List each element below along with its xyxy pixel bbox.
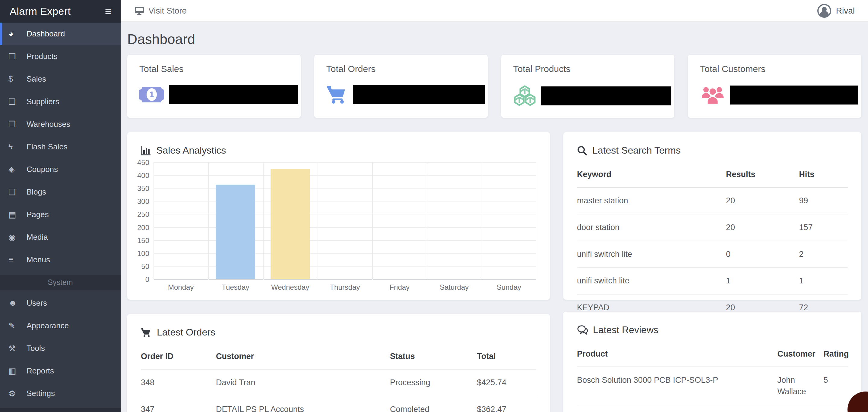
hamburger-icon[interactable]: ≡ bbox=[105, 6, 112, 17]
bar-wednesday bbox=[271, 169, 310, 279]
orders-table: Order IDCustomerStatusTotal348David Tran… bbox=[141, 345, 536, 412]
chart-gridline bbox=[154, 162, 536, 163]
redacted-value bbox=[730, 85, 858, 104]
chart-vertical-gridline bbox=[263, 163, 264, 279]
y-tick-label: 250 bbox=[137, 210, 149, 219]
table-cell: DETAIL PS PL Accounts bbox=[216, 404, 390, 412]
x-tick-label: Thursday bbox=[318, 283, 372, 291]
warehouses-icon: ❐ bbox=[8, 119, 22, 129]
cart-icon bbox=[326, 85, 348, 104]
sidebar-item-settings[interactable]: ⚙ Settings bbox=[0, 382, 121, 405]
sidebar-section-system: System bbox=[0, 275, 121, 290]
chart-gridline bbox=[154, 227, 536, 228]
table-row: 347DETAIL PS PL AccountsCompleted$362.47 bbox=[141, 396, 536, 412]
sidebar-item-users[interactable]: ☻ Users bbox=[0, 292, 121, 314]
table-cell: $425.74 bbox=[477, 377, 536, 388]
chart-gridline bbox=[154, 214, 536, 214]
table-row: master station2099 bbox=[577, 187, 848, 214]
chart-gridline bbox=[154, 175, 536, 176]
table-cell: 347 bbox=[141, 404, 216, 412]
blogs-icon: ❏ bbox=[8, 187, 22, 197]
brand-title: Alarm Expert bbox=[10, 5, 71, 17]
money-bill-icon: 1 bbox=[140, 87, 164, 102]
column-header: Customer bbox=[216, 352, 390, 361]
stats-row: Total Sales 1 Total Orders bbox=[127, 55, 861, 118]
sidebar-item-flash-sales[interactable]: ϟ Flash Sales bbox=[0, 136, 121, 158]
stat-label: Total Products bbox=[513, 64, 675, 74]
sidebar-item-menus[interactable]: ≡ Menus bbox=[0, 248, 121, 271]
table-cell: 99 bbox=[799, 195, 848, 207]
chart-axis-line bbox=[154, 279, 536, 279]
sidebar-item-blogs[interactable]: ❏ Blogs bbox=[0, 181, 121, 203]
table-cell: 348 bbox=[141, 377, 216, 388]
latest-search-terms-panel: Latest Search Terms KeywordResultsHitsma… bbox=[563, 132, 861, 300]
sidebar-bottom-strip bbox=[0, 408, 121, 412]
appearance-icon: ✎ bbox=[8, 321, 22, 331]
table-cell: master station bbox=[577, 195, 726, 207]
sidebar-item-products[interactable]: ❒ Products bbox=[0, 45, 121, 68]
y-tick-label: 400 bbox=[137, 171, 149, 180]
chart-vertical-gridline bbox=[482, 163, 482, 279]
y-tick-label: 450 bbox=[137, 159, 149, 167]
panel-title-text: Sales Analystics bbox=[156, 145, 226, 156]
table-cell: unifi switrch lite bbox=[577, 249, 726, 260]
chart-vertical-gridline bbox=[372, 163, 373, 279]
visit-store-label: Visit Store bbox=[148, 6, 187, 16]
sidebar-item-appearance[interactable]: ✎ Appearance bbox=[0, 314, 121, 337]
sidebar-item-tools[interactable]: ⚒ Tools bbox=[0, 337, 121, 359]
avatar-icon bbox=[817, 4, 831, 18]
search-terms-table: KeywordResultsHitsmaster station2099door… bbox=[577, 163, 848, 321]
chart-gridline bbox=[154, 188, 536, 188]
sidebar-item-reports[interactable]: ▥ Reports bbox=[0, 359, 121, 382]
tools-icon: ⚒ bbox=[8, 344, 22, 353]
table-cell: unifi switch lite bbox=[577, 275, 726, 287]
sidebar-nav: ◕ Dashboard ❒ Products $ Sales ❏ Supplie… bbox=[0, 23, 121, 405]
sidebar-main-list: ◕ Dashboard ❒ Products $ Sales ❏ Supplie… bbox=[0, 23, 121, 271]
latest-reviews-panel: Latest Reviews ProductCustomerRatingBosc… bbox=[563, 312, 861, 412]
sidebar-item-media[interactable]: ◉ Media bbox=[0, 226, 121, 248]
bar-tuesday bbox=[216, 184, 255, 279]
products-icon: ❒ bbox=[8, 52, 22, 62]
y-tick-label: 300 bbox=[137, 197, 149, 206]
column-header: Total bbox=[477, 352, 536, 361]
redacted-value bbox=[353, 85, 485, 104]
media-icon: ◉ bbox=[8, 233, 22, 242]
sidebar-item-coupons[interactable]: ◈ Coupons bbox=[0, 158, 121, 181]
table-cell: John Wallace bbox=[777, 375, 824, 398]
column-header: Hits bbox=[799, 170, 848, 179]
stat-label: Total Sales bbox=[140, 64, 301, 74]
table-header: KeywordResultsHits bbox=[577, 163, 848, 187]
cubes-icon bbox=[513, 85, 536, 107]
topbar: Visit Store Rival bbox=[121, 0, 868, 22]
x-tick-label: Tuesday bbox=[208, 283, 263, 291]
reviews-table: ProductCustomerRatingBosch Solution 3000… bbox=[577, 343, 848, 412]
table-cell: 20 bbox=[726, 195, 799, 207]
chart-gridline bbox=[154, 266, 536, 267]
sidebar-item-suppliers[interactable]: ❏ Suppliers bbox=[0, 90, 121, 113]
sidebar-item-pages[interactable]: ▤ Pages bbox=[0, 203, 121, 226]
bar-chart-icon bbox=[141, 145, 151, 156]
visit-store-link[interactable]: Visit Store bbox=[134, 6, 187, 16]
user-menu[interactable]: Rival bbox=[817, 4, 855, 18]
stat-card-total-customers: Total Customers bbox=[688, 55, 861, 118]
sidebar-item-dashboard[interactable]: ◕ Dashboard bbox=[0, 23, 121, 45]
table-cell: 20 bbox=[726, 222, 799, 233]
chart-vertical-gridline bbox=[536, 163, 536, 279]
table-cell: door station bbox=[577, 222, 726, 233]
users-icon: ☻ bbox=[8, 299, 22, 308]
y-tick-label: 150 bbox=[137, 236, 149, 245]
coupons-icon: ◈ bbox=[8, 165, 22, 174]
panel-title-text: Latest Reviews bbox=[593, 324, 658, 336]
chart-vertical-gridline bbox=[427, 163, 427, 279]
sales-analytics-panel: Sales Analystics 05010015020025030035040… bbox=[127, 132, 550, 300]
stat-card-total-sales: Total Sales 1 bbox=[127, 55, 301, 118]
dashboard-icon: ◕ bbox=[8, 29, 22, 39]
chart-x-axis: MondayTuesdayWednesdayThursdayFridaySatu… bbox=[154, 283, 536, 291]
redacted-value bbox=[169, 85, 298, 104]
sidebar-item-warehouses[interactable]: ❐ Warehouses bbox=[0, 113, 121, 136]
table-cell: $362.47 bbox=[477, 404, 536, 412]
column-header: Results bbox=[726, 170, 799, 179]
sidebar-item-sales[interactable]: $ Sales bbox=[0, 68, 121, 90]
column-header: Order ID bbox=[141, 352, 216, 361]
latest-orders-panel: Latest Orders Order IDCustomerStatusTota… bbox=[127, 314, 550, 412]
